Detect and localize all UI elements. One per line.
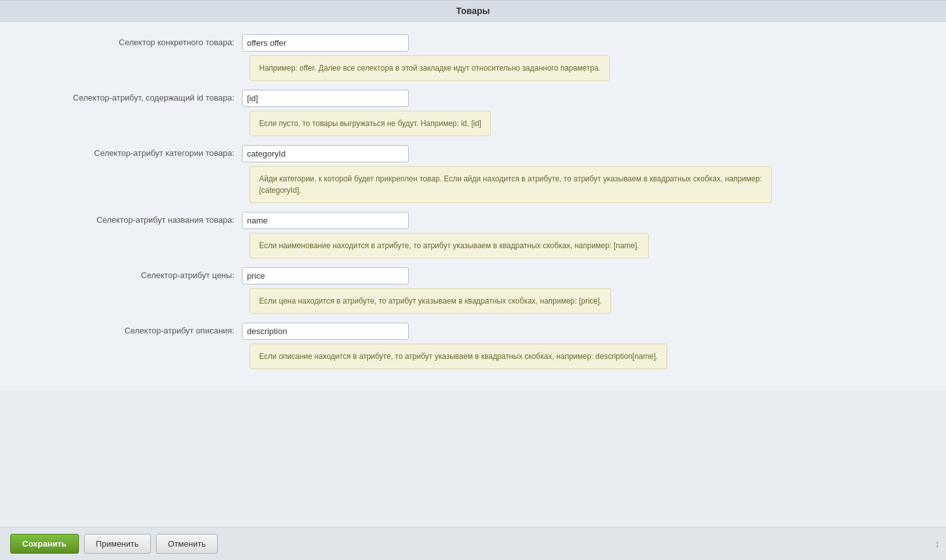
scroll-indicator: ↕	[935, 538, 940, 550]
hint-spacer-1	[13, 111, 250, 136]
field-label-1: Селектор-атрибут, содержащий id товара:	[13, 92, 242, 104]
form-row-4: Селектор-атрибут цены: Если цена находит…	[0, 267, 946, 314]
form-row-5: Селектор-атрибут описания: Если описание…	[0, 323, 946, 369]
apply-button[interactable]: Применить	[84, 534, 151, 554]
field-input-id-selector[interactable]	[242, 90, 409, 107]
hint-row-3: Если наименование находится в атрибуте, …	[0, 233, 946, 258]
hint-spacer-2	[13, 166, 250, 203]
field-label-3: Селектор-атрибут названия товара:	[13, 214, 242, 226]
field-row-2: Селектор-атрибут категории товара:	[0, 145, 946, 162]
hint-box-5: Если описание находится в атрибуте, то а…	[250, 344, 667, 369]
field-row-3: Селектор-атрибут названия товара:	[0, 212, 946, 229]
field-row-4: Селектор-атрибут цены:	[0, 267, 946, 284]
form-row-2: Селектор-атрибут категории товара: Айди …	[0, 145, 946, 203]
hint-row-2: Айди категории, к которой будет прикрепл…	[0, 166, 946, 203]
hint-row-4: Если цена находится в атрибуте, то атриб…	[0, 288, 946, 314]
hint-spacer-0	[13, 55, 250, 81]
field-input-category-selector[interactable]	[242, 145, 409, 162]
hint-row-5: Если описание находится в атрибуте, то а…	[0, 344, 946, 369]
field-label-4: Селектор-атрибут цены:	[13, 270, 242, 281]
field-label-0: Селектор конкретного товара:	[13, 37, 242, 48]
save-button[interactable]: Сохранить	[10, 534, 79, 554]
form-container: Селектор конкретного товара: Например: o…	[0, 22, 946, 391]
main-content: Товары Селектор конкретного товара: Напр…	[0, 0, 946, 527]
hint-box-4: Если цена находится в атрибуте, то атриб…	[250, 288, 611, 314]
section-header: Товары	[0, 0, 946, 22]
hint-row-1: Если пусто, то товары выгружаться не буд…	[0, 111, 946, 136]
field-input-price-selector[interactable]	[242, 267, 409, 284]
hint-box-2: Айди категории, к которой будет прикрепл…	[250, 166, 772, 203]
hint-box-3: Если наименование находится в атрибуте, …	[250, 233, 649, 258]
form-row-0: Селектор конкретного товара: Например: o…	[0, 34, 946, 81]
hint-row-0: Например: offer. Далее все селектора в э…	[0, 55, 946, 81]
cancel-button[interactable]: Отменить	[156, 534, 218, 554]
hint-box-0: Например: offer. Далее все селектора в э…	[250, 55, 610, 81]
field-label-5: Селектор-атрибут описания:	[13, 325, 242, 337]
form-row-3: Селектор-атрибут названия товара: Если н…	[0, 212, 946, 258]
hint-spacer-3	[13, 233, 250, 258]
field-label-2: Селектор-атрибут категории товара:	[13, 148, 242, 159]
page-wrapper: Товары Селектор конкретного товара: Напр…	[0, 0, 946, 560]
field-row-0: Селектор конкретного товара:	[0, 34, 946, 52]
hint-spacer-5	[13, 344, 250, 369]
form-row-1: Селектор-атрибут, содержащий id товара: …	[0, 90, 946, 136]
hint-box-1: Если пусто, то товары выгружаться не буд…	[250, 111, 491, 136]
field-row-1: Селектор-атрибут, содержащий id товара:	[0, 90, 946, 107]
section-title: Товары	[456, 6, 490, 16]
field-row-5: Селектор-атрибут описания:	[0, 323, 946, 340]
field-input-description-selector[interactable]	[242, 323, 409, 340]
hint-spacer-4	[13, 288, 250, 314]
field-input-offer-selector[interactable]	[242, 34, 409, 52]
field-input-name-selector[interactable]	[242, 212, 409, 229]
bottom-bar: Сохранить Применить Отменить ↕	[0, 527, 946, 560]
